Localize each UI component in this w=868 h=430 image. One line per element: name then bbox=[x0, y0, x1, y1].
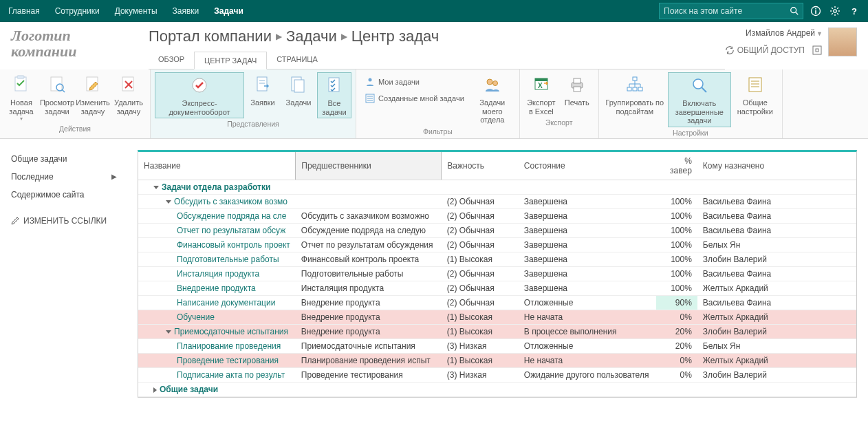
leftnav-recent[interactable]: Последние▶ bbox=[11, 168, 131, 186]
ribbon-group-filters: Мои задачи Созданные мной задачи Задачи … bbox=[356, 69, 520, 138]
new-task-button[interactable]: Новая задача▾ bbox=[4, 72, 39, 123]
svg-rect-16 bbox=[816, 49, 818, 52]
pencil-icon bbox=[11, 217, 19, 225]
info-icon[interactable] bbox=[810, 6, 821, 17]
all-tasks-button[interactable]: Все задачи bbox=[317, 72, 351, 118]
table-row[interactable]: Обсуждение подряда на слеОбсудить с зака… bbox=[138, 208, 856, 223]
tab-overview[interactable]: ОБЗОР bbox=[149, 51, 194, 69]
tasks-grid: Название Предшественники Важность Состоя… bbox=[138, 150, 857, 398]
tasks-view-button[interactable]: Задачи bbox=[281, 72, 316, 109]
svg-rect-27 bbox=[257, 77, 267, 91]
svg-point-39 bbox=[492, 81, 497, 86]
svg-point-33 bbox=[369, 78, 372, 82]
help-icon[interactable]: ? bbox=[849, 6, 860, 17]
express-docflow-button[interactable]: Экспресс-документооборот bbox=[155, 72, 244, 118]
col-assigned[interactable]: Кому назначено bbox=[697, 152, 856, 180]
topnav-requests[interactable]: Заявки bbox=[173, 6, 199, 16]
ribbon-group-actions: Новая задача▾ Просмотр задачи Изменить з… bbox=[0, 69, 151, 138]
crumb-tasks[interactable]: Задачи bbox=[286, 28, 337, 45]
tab-page[interactable]: СТРАНИЦА bbox=[267, 51, 327, 69]
table-row[interactable]: Планирование проведенияПриемосдаточные и… bbox=[138, 338, 856, 353]
leftnav-site-contents[interactable]: Содержимое сайта bbox=[11, 186, 131, 204]
view-task-icon bbox=[46, 74, 68, 96]
svg-line-12 bbox=[832, 13, 833, 14]
table-row[interactable]: Подготовительные работыФинансовый контро… bbox=[138, 252, 856, 266]
chevron-right-icon: ▶ bbox=[276, 32, 282, 41]
user-menu[interactable]: Измайлов Андрей▼ bbox=[746, 28, 823, 38]
leftnav-shared-tasks[interactable]: Общие задачи bbox=[11, 150, 131, 168]
excel-icon: X bbox=[530, 74, 552, 96]
svg-text:X: X bbox=[538, 82, 543, 89]
col-percent[interactable]: % завер bbox=[656, 152, 697, 180]
gear-icon[interactable] bbox=[829, 6, 840, 17]
svg-rect-41 bbox=[535, 78, 547, 81]
table-row[interactable]: Обсудить с заказчиком возмо(2) ОбычнаяЗа… bbox=[138, 194, 856, 208]
delete-task-icon bbox=[118, 74, 140, 96]
refresh-icon bbox=[725, 45, 735, 55]
dept-tasks-filter[interactable]: Задачи моего отдела bbox=[470, 72, 515, 126]
svg-rect-31 bbox=[294, 80, 304, 92]
topnav-employees[interactable]: Сотрудники bbox=[55, 6, 100, 16]
ribbon-group-label-views: Представления bbox=[227, 118, 279, 128]
edit-task-button[interactable]: Изменить задачу bbox=[76, 72, 110, 117]
table-row[interactable]: Внедрение продуктаИнсталяция продукта(2)… bbox=[138, 281, 856, 295]
requests-view-button[interactable]: Заявки bbox=[246, 72, 280, 109]
logo-line1: Логотип bbox=[11, 28, 149, 43]
svg-rect-49 bbox=[638, 87, 642, 91]
include-completed-button[interactable]: Включать завершенные задачи bbox=[668, 72, 731, 127]
table-row[interactable]: Финансовый контроль проектОтчет по резул… bbox=[138, 237, 856, 252]
topnav-documents[interactable]: Документы bbox=[115, 6, 158, 16]
logo-line2: компании bbox=[11, 43, 149, 59]
group-row-common[interactable]: Общие задачи bbox=[138, 382, 856, 396]
ribbon-group-label-export: Экспорт bbox=[545, 117, 572, 127]
avatar[interactable] bbox=[828, 28, 857, 56]
ribbon-group-views: Экспресс-документооборот Заявки Задачи В… bbox=[151, 69, 356, 138]
table-row[interactable]: Написание документацииВнедрение продукта… bbox=[138, 295, 856, 310]
search-icon[interactable] bbox=[786, 3, 803, 19]
crumb-portal[interactable]: Портал компании bbox=[149, 28, 272, 45]
print-button[interactable]: Печать bbox=[560, 72, 594, 109]
focus-icon[interactable] bbox=[812, 45, 823, 56]
col-importance[interactable]: Важность bbox=[442, 152, 519, 180]
svg-line-21 bbox=[62, 89, 65, 92]
group-row-dev[interactable]: Задачи отдела разработки bbox=[138, 180, 856, 194]
ribbon-group-export: X Экспорт в Excel Печать Экспорт bbox=[520, 69, 599, 138]
topnav-tasks[interactable]: Задачи bbox=[214, 6, 243, 16]
svg-rect-47 bbox=[627, 87, 631, 91]
my-tasks-filter[interactable]: Мои задачи bbox=[362, 75, 467, 89]
table-row[interactable]: Инсталяция продуктаПодготовительные рабо… bbox=[138, 266, 856, 281]
svg-rect-18 bbox=[17, 76, 24, 78]
view-task-button[interactable]: Просмотр задачи bbox=[40, 72, 74, 117]
table-row[interactable]: Приемосдаточные испытанияВнедрение проду… bbox=[138, 324, 856, 338]
svg-rect-44 bbox=[574, 78, 581, 83]
group-by-subsites-button[interactable]: Группировать по подсайтам bbox=[603, 72, 666, 117]
delete-task-button[interactable]: Удалить задачу bbox=[111, 72, 146, 117]
svg-line-10 bbox=[832, 8, 833, 9]
svg-rect-3 bbox=[815, 10, 816, 14]
share-button[interactable]: ОБЩИЙ ДОСТУП bbox=[725, 45, 805, 55]
col-name[interactable]: Название bbox=[138, 152, 296, 180]
table-row[interactable]: Проведение тестированияПланирование пров… bbox=[138, 353, 856, 367]
svg-rect-45 bbox=[574, 87, 581, 92]
svg-point-5 bbox=[834, 10, 836, 12]
common-settings-button[interactable]: Общие настройки bbox=[733, 72, 778, 117]
search-input[interactable] bbox=[660, 6, 786, 16]
svg-point-50 bbox=[693, 79, 703, 89]
created-by-me-filter[interactable]: Созданные мной задачи bbox=[362, 92, 467, 105]
topnav-home[interactable]: Главная bbox=[8, 6, 40, 16]
edit-links-button[interactable]: ИЗМЕНИТЬ ССЫЛКИ bbox=[11, 216, 131, 226]
col-predecessors[interactable]: Предшественники bbox=[296, 152, 442, 180]
ribbon-group-label-settings: Настройки bbox=[673, 127, 708, 137]
export-excel-button[interactable]: X Экспорт в Excel bbox=[524, 72, 558, 117]
svg-line-11 bbox=[837, 13, 838, 14]
svg-rect-15 bbox=[813, 46, 821, 54]
hierarchy-icon bbox=[624, 74, 646, 96]
tab-task-center[interactable]: ЦЕНТР ЗАДАЧ bbox=[194, 52, 267, 69]
table-row[interactable]: ОбучениеВнедрение продукта(1) ВысокаяНе … bbox=[138, 310, 856, 324]
page-tabs: ОБЗОР ЦЕНТР ЗАДАЧ СТРАНИЦА bbox=[149, 51, 725, 69]
search-box[interactable] bbox=[659, 3, 803, 19]
share-label: ОБЩИЙ ДОСТУП bbox=[737, 45, 805, 55]
table-row[interactable]: Отчет по результатам обсужОбсуждение под… bbox=[138, 223, 856, 237]
col-state[interactable]: Состояние bbox=[519, 152, 656, 180]
table-row[interactable]: Подписание акта по результПроведение тес… bbox=[138, 367, 856, 382]
